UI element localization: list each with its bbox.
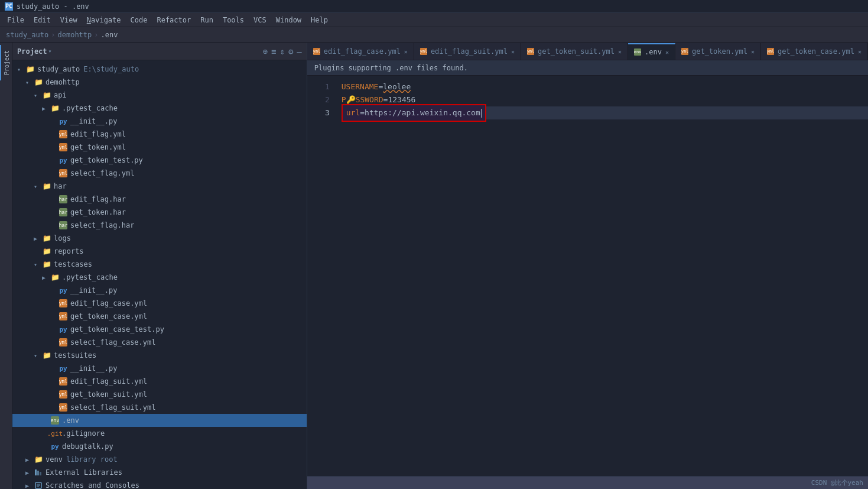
folder-icon: 📁 — [34, 455, 43, 464]
code-area[interactable]: USERNAME = leolee P 🔑 SSWORD = 123456 ur… — [337, 76, 868, 476]
panel-dropdown-icon[interactable]: ▾ — [48, 48, 52, 54]
tree-item-get-token-case-test-py[interactable]: py get_token_case_test.py — [12, 323, 307, 336]
tree-item-pytest-cache2[interactable]: ▶ 📁 .pytest_cache — [12, 271, 307, 284]
python-icon: py — [58, 116, 68, 126]
tree-arrow: ▾ — [34, 352, 42, 359]
ext-lib-icon — [34, 468, 43, 477]
tree-item-testsuites[interactable]: ▾ 📁 testsuites — [12, 349, 307, 362]
folder-icon: 📁 — [50, 103, 60, 113]
tree-label: har — [54, 182, 67, 190]
tree-item-init-py3[interactable]: py __init__.py — [12, 362, 307, 375]
menu-run[interactable]: Run — [196, 15, 218, 25]
menu-refactor[interactable]: Refactor — [152, 15, 196, 25]
tree-arrow: ▶ — [25, 456, 34, 463]
tab-close-btn[interactable]: ✕ — [511, 48, 515, 55]
tree-item-logs[interactable]: ▶ 📁 logs — [12, 232, 307, 245]
tree-label: venv — [45, 455, 63, 464]
tree-item-edit-flag-case-yml[interactable]: yml edit_flag_case.yml — [12, 297, 307, 310]
tree-item-init-py2[interactable]: py __init__.py — [12, 284, 307, 297]
tree-item-edit-flag-har[interactable]: har edit_flag.har — [12, 193, 307, 206]
tree-item-demohttp[interactable]: ▾ 📁 demohttp — [12, 76, 307, 89]
line-number: 3 — [307, 106, 330, 119]
tree-item-select-flag-case-yml[interactable]: yml select_flag_case.yml — [12, 336, 307, 349]
tree-arrow: ▾ — [17, 66, 25, 73]
tree-item-reports[interactable]: 📁 reports — [12, 245, 307, 258]
tab-get-token-suit[interactable]: yml get_token_suit.yml ✕ — [521, 43, 628, 60]
breadcrumb-env[interactable]: .env — [101, 31, 118, 39]
yaml-icon: yml — [58, 143, 68, 152]
main-layout: Project Project ▾ ⊕ ≡ ⇕ ⚙ — ▾ 📁 study_au… — [0, 43, 868, 489]
tree-item-env[interactable]: env .env — [12, 414, 307, 427]
tab-close-btn[interactable]: ✕ — [404, 48, 408, 55]
tree-label: reports — [54, 247, 84, 255]
tree-item-venv[interactable]: ▶ 📁 venv library root — [12, 453, 307, 466]
tree-item-get-token-har[interactable]: har get_token.har — [12, 206, 307, 219]
menu-edit[interactable]: Edit — [29, 15, 56, 25]
tree-item-study-auto[interactable]: ▾ 📁 study_auto E:\study_auto — [12, 63, 307, 76]
tree-item-select-flag-suit-yml[interactable]: yml select_flag_suit.yml — [12, 401, 307, 414]
menu-tools[interactable]: Tools — [218, 15, 249, 25]
menu-vcs[interactable]: VCS — [249, 15, 271, 25]
tree-arrow: ▾ — [34, 261, 42, 268]
editor-content[interactable]: 1 2 3 USERNAME = leolee P 🔑 SSWORD = 123… — [307, 76, 868, 476]
tree-item-get-token-case-yml[interactable]: yml get_token_case.yml — [12, 310, 307, 323]
tree-item-get-token-test-py[interactable]: py get_token_test.py — [12, 154, 307, 167]
breadcrumb-demohttp[interactable]: demohttp — [57, 31, 92, 39]
svg-rect-2 — [40, 472, 41, 475]
tree-item-scratches[interactable]: ▶ Scratches and Consoles — [12, 479, 307, 489]
tab-close-btn[interactable]: ✕ — [751, 48, 755, 55]
tree-label: testsuites — [54, 351, 96, 360]
close-panel-btn[interactable]: — — [297, 47, 301, 56]
tree-item-edit-flag-suit-yml[interactable]: yml edit_flag_suit.yml — [12, 375, 307, 388]
tab-close-btn[interactable]: ✕ — [618, 48, 622, 55]
menu-view[interactable]: View — [56, 15, 82, 25]
menu-help[interactable]: Help — [306, 15, 333, 25]
folder-icon: 📁 — [34, 77, 43, 87]
tree-item-edit-flag-yml[interactable]: yml edit_flag.yml — [12, 128, 307, 141]
tab-close-btn[interactable]: ✕ — [665, 49, 669, 56]
tree-item-ext-libs[interactable]: ▶ External Libraries — [12, 466, 307, 479]
tab-edit-flag-suit[interactable]: yml edit_flag_suit.yml ✕ — [414, 43, 521, 60]
tab-close-btn[interactable]: ✕ — [858, 48, 862, 55]
tree-item-gitignore[interactable]: .git .gitignore — [12, 427, 307, 440]
tab-get-token[interactable]: yml get_token.yml ✕ — [675, 43, 761, 60]
menu-file[interactable]: File — [2, 15, 29, 25]
tree-label: Scratches and Consoles — [45, 481, 139, 489]
tree-label: edit_flag_case.yml — [70, 299, 147, 307]
tab-bar: yml edit_flag_case.yml ✕ yml edit_flag_s… — [307, 43, 868, 60]
tree-item-debugtalk-py[interactable]: py debugtalk.py — [12, 440, 307, 453]
menu-window[interactable]: Window — [271, 15, 306, 25]
tree-item-init-py[interactable]: py __init__.py — [12, 115, 307, 128]
breadcrumb-study-auto[interactable]: study_auto — [6, 31, 48, 39]
tree-label: edit_flag.yml — [70, 130, 126, 138]
file-tree: ▾ 📁 study_auto E:\study_auto ▾ 📁 demohtt… — [12, 60, 307, 489]
tree-item-get-token-yml[interactable]: yml get_token.yml — [12, 141, 307, 154]
tree-label: study_auto — [37, 65, 80, 73]
yaml-icon: yml — [58, 312, 68, 321]
tab-get-token-case[interactable]: yml get_token_case.yml ✕ — [761, 43, 868, 60]
tree-label: debugtalk.py — [62, 442, 113, 451]
tree-label: .gitignore — [62, 429, 105, 438]
tree-suffix: library root — [66, 455, 118, 464]
menu-navigate[interactable]: Navigate — [82, 15, 126, 25]
collapse-btn[interactable]: ≡ — [271, 47, 276, 56]
project-panel: Project ▾ ⊕ ≡ ⇕ ⚙ — ▾ 📁 study_auto E:\st… — [12, 43, 307, 489]
project-tool-btn[interactable]: Project — [0, 45, 12, 80]
tree-item-har[interactable]: ▾ 📁 har — [12, 180, 307, 193]
svg-rect-1 — [37, 471, 39, 475]
locate-file-btn[interactable]: ⊕ — [263, 47, 268, 56]
menu-code[interactable]: Code — [126, 15, 152, 25]
python-icon: py — [50, 442, 60, 451]
tab-edit-flag-case[interactable]: yml edit_flag_case.yml ✕ — [307, 43, 414, 60]
tab-env[interactable]: env .env ✕ — [628, 43, 675, 60]
tree-item-select-flag-har[interactable]: har select_flag.har — [12, 219, 307, 232]
tree-item-pytest-cache[interactable]: ▶ 📁 .pytest_cache — [12, 102, 307, 115]
expand-btn[interactable]: ⇕ — [279, 47, 284, 56]
tree-item-api[interactable]: ▾ 📁 api — [12, 89, 307, 102]
tree-item-select-flag-yml[interactable]: yml select_flag.yml — [12, 167, 307, 180]
yaml-tab-icon: yml — [527, 48, 534, 55]
tree-item-testcases[interactable]: ▾ 📁 testcases — [12, 258, 307, 271]
tree-label: .pytest_cache — [62, 104, 118, 112]
tree-item-get-token-suit-yml[interactable]: yml get_token_suit.yml — [12, 388, 307, 401]
settings-btn[interactable]: ⚙ — [288, 47, 293, 56]
